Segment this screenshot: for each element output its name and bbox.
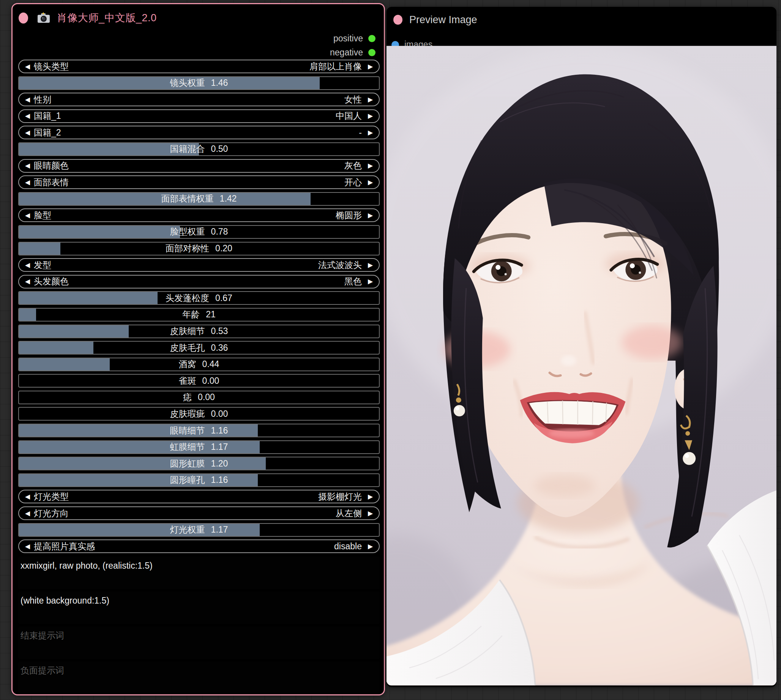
combo-right-arrow[interactable]: ▶ bbox=[368, 162, 373, 169]
combo-left-arrow[interactable]: ◀ bbox=[25, 130, 30, 136]
combo-value: 法式波波头 bbox=[318, 259, 362, 271]
combo-left-arrow[interactable]: ◀ bbox=[25, 63, 30, 70]
slider-value: 1.42 bbox=[220, 193, 237, 204]
negative-prompt-textarea[interactable]: 负面提示词 bbox=[18, 661, 380, 694]
node-title: 肖像大师_中文版_2.0 bbox=[57, 11, 157, 25]
combo-label: 眼睛颜色 bbox=[34, 160, 344, 172]
slider-label: 雀斑 bbox=[179, 375, 196, 387]
combo-value: 肩部以上肖像 bbox=[309, 61, 362, 73]
slider-widget-15[interactable]: 年龄21 bbox=[18, 308, 380, 322]
combo-right-arrow[interactable]: ▶ bbox=[368, 179, 373, 186]
combo-value: 从左侧 bbox=[335, 508, 362, 519]
combo-left-arrow[interactable]: ◀ bbox=[25, 212, 30, 219]
combo-widget-3[interactable]: ◀国籍_1中国人▶ bbox=[18, 109, 380, 123]
combo-left-arrow[interactable]: ◀ bbox=[25, 543, 30, 550]
combo-right-arrow[interactable]: ▶ bbox=[368, 113, 373, 119]
combo-right-arrow[interactable]: ▶ bbox=[368, 212, 373, 219]
slider-widget-11[interactable]: 面部对称性0.20 bbox=[18, 242, 380, 255]
combo-right-arrow[interactable]: ▶ bbox=[368, 262, 373, 268]
combo-left-arrow[interactable]: ◀ bbox=[25, 262, 30, 268]
slider-widget-14[interactable]: 头发蓬松度0.67 bbox=[18, 291, 380, 305]
slider-widget-5[interactable]: 国籍混合0.50 bbox=[18, 142, 380, 156]
slider-widget-23[interactable]: 虹膜细节1.17 bbox=[18, 440, 380, 454]
combo-widget-7[interactable]: ◀面部表情开心▶ bbox=[18, 175, 380, 189]
combo-left-arrow[interactable]: ◀ bbox=[25, 510, 30, 517]
prompt-start-textarea[interactable]: xxmixgirl, raw photo, (realistic:1.5) bbox=[18, 557, 380, 589]
combo-left-arrow[interactable]: ◀ bbox=[25, 113, 30, 119]
slider-label: 脸型权重 bbox=[170, 226, 205, 238]
combo-right-arrow[interactable]: ▶ bbox=[368, 510, 373, 517]
combo-value: 椭圆形 bbox=[335, 210, 362, 221]
combo-widget-2[interactable]: ◀性别女性▶ bbox=[18, 93, 380, 106]
slider-label: 痣 bbox=[183, 392, 192, 403]
combo-widget-9[interactable]: ◀脸型椭圆形▶ bbox=[18, 208, 380, 222]
slider-value: 1.16 bbox=[211, 475, 228, 485]
slider-widget-20[interactable]: 痣0.00 bbox=[18, 391, 380, 404]
slider-value: 0.67 bbox=[215, 293, 232, 303]
node-header[interactable]: Preview Image bbox=[387, 12, 776, 27]
output-dot-negative[interactable] bbox=[368, 49, 375, 56]
slider-value: 0.44 bbox=[202, 359, 219, 369]
slider-widget-1[interactable]: 镜头权重1.46 bbox=[18, 76, 380, 90]
combo-widget-4[interactable]: ◀国籍_2-▶ bbox=[18, 126, 380, 139]
slider-widget-24[interactable]: 圆形虹膜1.20 bbox=[18, 457, 380, 470]
slider-widget-25[interactable]: 圆形瞳孔1.16 bbox=[18, 473, 380, 487]
widgets: ◀镜头类型肩部以上肖像▶镜头权重1.46◀性别女性▶◀国籍_1中国人▶◀国籍_2… bbox=[18, 60, 380, 556]
combo-widget-13[interactable]: ◀头发颜色黑色▶ bbox=[18, 275, 380, 288]
preview-image-node[interactable]: Preview Image images bbox=[387, 7, 776, 687]
slider-label: 年龄 bbox=[182, 308, 200, 320]
combo-left-arrow[interactable]: ◀ bbox=[25, 493, 30, 500]
combo-value: 黑色 bbox=[344, 276, 362, 287]
combo-right-arrow[interactable]: ▶ bbox=[368, 63, 373, 70]
slider-value: 0.00 bbox=[211, 409, 228, 419]
combo-right-arrow[interactable]: ▶ bbox=[368, 130, 373, 136]
collapse-dot[interactable] bbox=[393, 15, 402, 25]
combo-right-arrow[interactable]: ▶ bbox=[368, 493, 373, 500]
slider-value: 0.78 bbox=[211, 227, 228, 237]
slider-label: 圆形虹膜 bbox=[170, 458, 205, 470]
combo-widget-6[interactable]: ◀眼睛颜色灰色▶ bbox=[18, 159, 380, 173]
slider-label: 镜头权重 bbox=[170, 77, 205, 89]
slider-value: 0.53 bbox=[211, 326, 228, 336]
prompt-end-textarea[interactable]: 结束提示词 bbox=[18, 627, 380, 659]
output-positive: positive bbox=[330, 32, 375, 45]
slider-value: 21 bbox=[206, 309, 216, 320]
slider-label: 头发蓬松度 bbox=[165, 292, 209, 304]
node-header[interactable]: 肖像大师_中文版_2.0 bbox=[13, 10, 384, 26]
output-dot-positive[interactable] bbox=[368, 35, 375, 42]
combo-left-arrow[interactable]: ◀ bbox=[25, 162, 30, 169]
slider-label: 眼睛细节 bbox=[170, 425, 205, 437]
portrait-master-node[interactable]: 肖像大师_中文版_2.0 positive negative ◀镜头类型肩部以上… bbox=[12, 3, 385, 695]
slider-label: 虹膜细节 bbox=[170, 441, 205, 453]
combo-widget-26[interactable]: ◀灯光类型摄影棚灯光▶ bbox=[18, 490, 380, 503]
combo-right-arrow[interactable]: ▶ bbox=[368, 97, 373, 103]
combo-widget-0[interactable]: ◀镜头类型肩部以上肖像▶ bbox=[18, 60, 380, 73]
slider-widget-28[interactable]: 灯光权重1.17 bbox=[18, 523, 380, 537]
slider-widget-18[interactable]: 酒窝0.44 bbox=[18, 358, 380, 371]
combo-label: 国籍_2 bbox=[34, 127, 359, 138]
combo-right-arrow[interactable]: ▶ bbox=[368, 543, 373, 550]
slider-widget-8[interactable]: 面部表情权重1.42 bbox=[18, 192, 380, 206]
slider-label: 面部表情权重 bbox=[161, 193, 214, 205]
combo-left-arrow[interactable]: ◀ bbox=[25, 97, 30, 103]
slider-widget-16[interactable]: 皮肤细节0.53 bbox=[18, 325, 380, 338]
slider-widget-10[interactable]: 脸型权重0.78 bbox=[18, 225, 380, 239]
slider-widget-21[interactable]: 皮肤瑕疵0.00 bbox=[18, 407, 380, 421]
node-outputs: positive negative bbox=[330, 32, 375, 60]
combo-widget-27[interactable]: ◀灯光方向从左侧▶ bbox=[18, 507, 380, 520]
collapse-dot[interactable] bbox=[18, 13, 28, 23]
combo-left-arrow[interactable]: ◀ bbox=[25, 278, 30, 285]
combo-label: 提高照片真实感 bbox=[34, 540, 334, 552]
prompt-additional-textarea[interactable]: (white background:1.5) bbox=[18, 592, 380, 624]
slider-value: 1.20 bbox=[211, 458, 228, 469]
slider-widget-19[interactable]: 雀斑0.00 bbox=[18, 374, 380, 388]
combo-label: 灯光类型 bbox=[34, 491, 318, 503]
combo-widget-12[interactable]: ◀发型法式波波头▶ bbox=[18, 258, 380, 272]
combo-widget-29[interactable]: ◀提高照片真实感disable▶ bbox=[18, 540, 380, 553]
combo-label: 发型 bbox=[34, 259, 318, 271]
combo-right-arrow[interactable]: ▶ bbox=[368, 278, 373, 285]
slider-widget-22[interactable]: 眼睛细节1.16 bbox=[18, 423, 380, 437]
combo-left-arrow[interactable]: ◀ bbox=[25, 179, 30, 186]
combo-value: 灰色 bbox=[344, 160, 362, 172]
slider-widget-17[interactable]: 皮肤毛孔0.36 bbox=[18, 341, 380, 355]
